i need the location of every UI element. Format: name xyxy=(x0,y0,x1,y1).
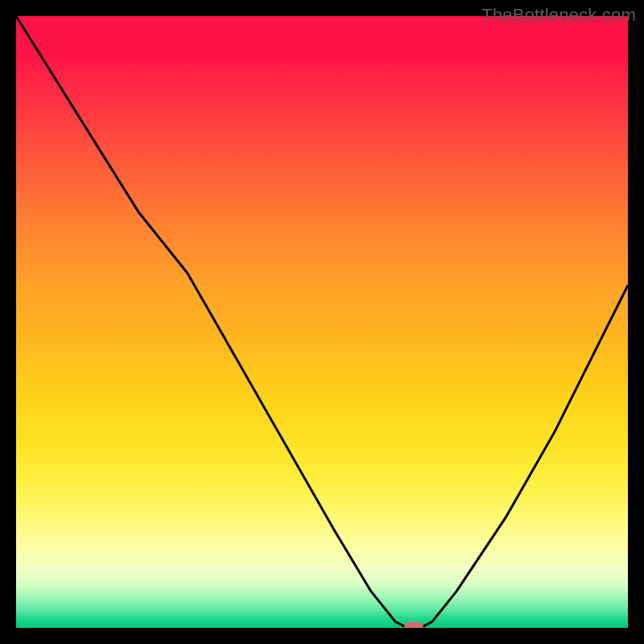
watermark-text: TheBottleneck.com xyxy=(481,5,636,26)
optimal-marker xyxy=(404,622,423,628)
chart-container: TheBottleneck.com xyxy=(0,0,644,644)
plot-area xyxy=(16,16,628,628)
curve-svg xyxy=(16,16,628,628)
bottleneck-curve xyxy=(16,16,628,628)
